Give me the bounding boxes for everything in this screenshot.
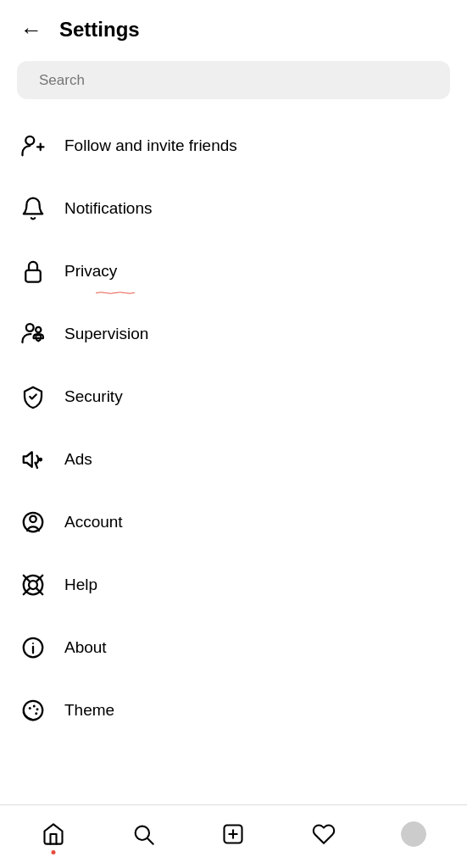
lock-icon	[17, 255, 49, 287]
theme-label: Theme	[64, 701, 114, 720]
menu-item-security[interactable]: Security	[17, 365, 450, 428]
header: ← Settings	[0, 0, 467, 56]
person-circle-icon	[17, 506, 49, 538]
home-active-dot	[52, 850, 56, 854]
search-bar[interactable]	[17, 61, 450, 99]
megaphone-icon	[17, 443, 49, 476]
menu-item-privacy[interactable]: Privacy	[17, 240, 450, 303]
menu-item-theme[interactable]: Theme	[17, 679, 450, 742]
notifications-label: Notifications	[64, 199, 153, 218]
lifebuoy-icon	[17, 569, 49, 601]
svg-rect-5	[25, 270, 41, 282]
svg-point-24	[33, 705, 36, 708]
supervision-label: Supervision	[64, 325, 148, 343]
nav-create[interactable]	[212, 815, 254, 853]
svg-point-9	[40, 459, 42, 461]
svg-point-2	[25, 136, 34, 145]
people-shield-icon	[17, 318, 49, 350]
info-circle-icon	[17, 632, 49, 664]
menu-list: Follow and invite friends Notifications …	[0, 114, 467, 804]
privacy-underline	[64, 292, 166, 294]
follow-label: Follow and invite friends	[64, 136, 237, 155]
security-label: Security	[64, 387, 123, 406]
menu-item-about[interactable]: About	[17, 616, 450, 679]
menu-item-help[interactable]: Help	[17, 554, 450, 616]
privacy-label: Privacy	[64, 262, 117, 281]
ads-label: Ads	[64, 450, 92, 469]
bottom-nav	[0, 804, 467, 868]
nav-activity[interactable]	[303, 815, 345, 853]
svg-point-7	[36, 327, 41, 332]
svg-point-23	[29, 707, 31, 709]
palette-icon	[17, 694, 49, 726]
svg-point-25	[36, 708, 39, 710]
search-input[interactable]	[39, 72, 436, 89]
nav-search[interactable]	[122, 815, 164, 853]
menu-item-account[interactable]: Account	[17, 491, 450, 554]
back-button[interactable]: ←	[17, 15, 46, 44]
menu-item-follow[interactable]: Follow and invite friends	[17, 114, 450, 177]
menu-item-notifications[interactable]: Notifications	[17, 177, 450, 240]
menu-item-ads[interactable]: Ads	[17, 428, 450, 491]
svg-line-28	[148, 838, 153, 843]
help-label: Help	[64, 576, 97, 594]
svg-point-21	[32, 643, 34, 644]
svg-point-26	[35, 712, 37, 715]
profile-avatar	[401, 821, 426, 847]
menu-item-supervision[interactable]: Supervision	[17, 303, 450, 365]
about-label: About	[64, 638, 107, 657]
account-label: Account	[64, 513, 123, 531]
bell-icon	[17, 192, 49, 225]
svg-point-12	[30, 516, 36, 523]
svg-point-14	[29, 581, 37, 589]
nav-profile[interactable]	[392, 815, 435, 853]
svg-point-6	[26, 324, 34, 331]
svg-marker-8	[24, 452, 32, 467]
nav-home[interactable]	[32, 815, 75, 853]
page-title: Settings	[59, 18, 140, 42]
shield-check-icon	[17, 381, 49, 413]
person-add-icon	[17, 130, 49, 162]
